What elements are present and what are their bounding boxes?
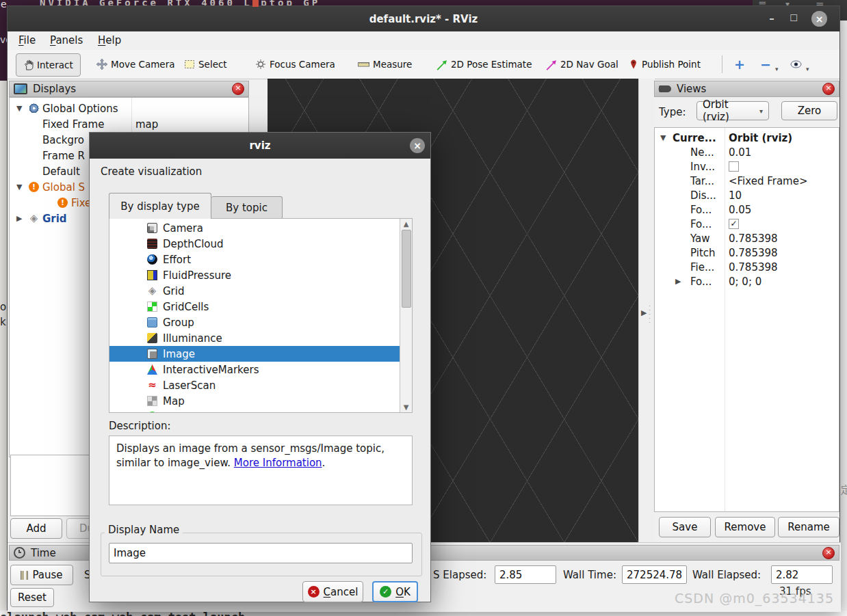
nav-goal-tool[interactable]: 2D Nav Goal xyxy=(545,53,618,75)
prop-name: Ne... xyxy=(690,146,714,159)
scrollbar-thumb[interactable] xyxy=(402,230,411,308)
list-item-image-selected[interactable]: Image xyxy=(109,346,401,362)
list-item-gridcells[interactable]: GridCells xyxy=(109,299,401,314)
tree-value[interactable]: map xyxy=(135,118,158,131)
list-item-illuminance[interactable]: Illuminance xyxy=(109,330,401,346)
expand-arrow-icon[interactable]: ▼ xyxy=(16,183,22,191)
prop-row-focal-shape-fixed[interactable]: Fo... ✓ xyxy=(655,217,839,231)
list-item-laserscan[interactable]: ≈LaserScan xyxy=(109,377,401,393)
tree-row-fixed-frame[interactable]: Fixed Frame map xyxy=(10,116,248,132)
list-item-fluidpressure[interactable]: FluidPressure xyxy=(109,267,401,283)
close-button[interactable]: × xyxy=(811,11,827,27)
collapse-arrow-icon[interactable]: ▶ xyxy=(641,308,647,317)
prop-value[interactable]: 10 xyxy=(729,189,742,202)
close-views-icon[interactable]: × xyxy=(822,83,835,95)
prop-row-target-frame[interactable]: Tar... <Fixed Frame> xyxy=(655,174,839,188)
list-scrollbar[interactable]: ▲ ▼ xyxy=(400,219,412,412)
dialog-titlebar[interactable]: rviz × xyxy=(90,133,430,159)
menu-help[interactable]: Help xyxy=(94,33,125,49)
list-item-group[interactable]: Group xyxy=(109,314,401,330)
list-item-interactivemarkers[interactable]: InteractiveMarkers xyxy=(109,362,401,377)
close-time-icon[interactable]: × xyxy=(822,547,835,559)
measure-tool[interactable]: Measure xyxy=(358,53,412,75)
expand-arrow-icon[interactable]: ▶ xyxy=(16,214,22,223)
remove-tool-button[interactable]: − ▾ xyxy=(760,53,777,75)
expand-arrow-icon[interactable]: ▶ xyxy=(675,277,681,286)
window-titlebar[interactable]: default.rviz* - RViz – ☐ × xyxy=(8,6,839,31)
display-type-list[interactable]: Camera DepthCloud Effort FluidPressure ◈… xyxy=(109,218,413,413)
add-tool-button[interactable]: + xyxy=(734,53,745,75)
prop-value[interactable]: 0.785398 xyxy=(729,232,778,245)
view-type-dropdown[interactable]: Orbit (rviz) ▾ xyxy=(696,101,769,120)
prop-value[interactable]: 0.01 xyxy=(729,146,751,159)
terminal-orange-glyph xyxy=(252,0,259,7)
list-item-marker-clipped[interactable]: M xyxy=(109,409,401,413)
list-item-depthcloud[interactable]: DepthCloud xyxy=(109,236,401,252)
prop-row-yaw[interactable]: Yaw 0.785398 xyxy=(655,231,839,245)
focus-camera-tool[interactable]: Focus Camera xyxy=(255,53,335,75)
publish-point-tool[interactable]: Publish Point xyxy=(629,53,701,75)
tab-by-topic[interactable]: By topic xyxy=(211,196,283,219)
prop-row-pitch[interactable]: Pitch 0.785398 xyxy=(655,245,839,260)
csdn-watermark: CSDN @m0_63534135 xyxy=(675,591,834,606)
expand-arrow-icon[interactable]: ▼ xyxy=(660,133,666,142)
pose-estimate-tool[interactable]: 2D Pose Estimate xyxy=(436,53,532,75)
save-view-button[interactable]: Save xyxy=(659,517,711,537)
menu-panels[interactable]: Panels xyxy=(46,33,87,49)
create-visualization-dialog: rviz × Create visualization By display t… xyxy=(89,132,431,602)
scroll-down-icon[interactable]: ▼ xyxy=(400,403,412,411)
scroll-up-icon[interactable]: ▲ xyxy=(400,220,412,228)
displays-panel-header[interactable]: Displays × xyxy=(9,81,249,97)
more-information-link[interactable]: More Information xyxy=(234,457,322,469)
prop-value[interactable]: 0.05 xyxy=(729,204,751,216)
magenta-arrow-icon xyxy=(545,59,557,70)
prop-value[interactable]: 0; 0; 0 xyxy=(729,276,761,288)
rename-view-button[interactable]: Rename xyxy=(778,517,839,537)
tree-row-global-options[interactable]: ▼ Global Options xyxy=(10,101,248,116)
dialog-close-icon[interactable]: × xyxy=(410,138,425,153)
move-camera-tool[interactable]: Move Camera xyxy=(96,53,174,75)
interact-tool-button[interactable]: Interact xyxy=(16,53,81,77)
prop-row-current-view[interactable]: ▼ Curre... Orbit (rviz) xyxy=(655,131,839,145)
minimize-button[interactable]: – xyxy=(764,11,779,26)
add-display-button[interactable]: Add xyxy=(10,518,62,539)
prop-row-focal-point[interactable]: ▶ Fo... 0; 0; 0 xyxy=(655,274,839,289)
prop-row-focal-shape-size[interactable]: Fo... 0.05 xyxy=(655,202,839,217)
prop-row-field-of-view[interactable]: Fie... 0.785398 xyxy=(655,260,839,274)
zero-button[interactable]: Zero xyxy=(781,101,837,120)
prop-value[interactable]: 0.785398 xyxy=(729,261,778,273)
select-tool[interactable]: Select xyxy=(184,53,227,75)
remove-view-button[interactable]: Remove xyxy=(715,517,775,537)
wall-elapsed-input[interactable] xyxy=(771,565,833,584)
checkbox-checked[interactable]: ✓ xyxy=(729,219,739,229)
list-item-grid[interactable]: ◈Grid xyxy=(109,283,401,299)
reset-button[interactable]: Reset xyxy=(10,588,54,607)
cancel-button[interactable]: × Cancel xyxy=(302,581,363,602)
item-label: DepthCloud xyxy=(163,238,224,250)
list-item-camera[interactable]: Camera xyxy=(109,220,401,236)
tab-by-display-type[interactable]: By display type xyxy=(109,193,211,219)
prop-row-invert-z[interactable]: Inv... xyxy=(655,159,839,174)
ok-button[interactable]: ✓ OK xyxy=(372,581,418,602)
wall-time-input[interactable] xyxy=(622,565,687,584)
prop-value[interactable]: <Fixed Frame> xyxy=(729,175,808,187)
checkbox-unchecked[interactable] xyxy=(729,161,739,172)
chevron-down-icon[interactable]: ▾ xyxy=(806,66,809,72)
prop-row-near-clip[interactable]: Ne... 0.01 xyxy=(655,145,839,159)
chevron-down-icon[interactable]: ▾ xyxy=(775,66,779,72)
display-name-input[interactable] xyxy=(109,543,413,563)
views-panel-header[interactable]: Views × xyxy=(654,81,839,97)
list-item-effort[interactable]: Effort xyxy=(109,252,401,267)
pause-button[interactable]: Pause xyxy=(10,565,73,585)
tool-visibility-button[interactable]: ▾ xyxy=(790,53,809,75)
prop-value[interactable]: 0.785398 xyxy=(729,247,778,259)
panel-splitter[interactable]: ▶ ····· xyxy=(638,79,655,542)
menu-file[interactable]: File xyxy=(14,33,40,49)
maximize-button[interactable]: ☐ xyxy=(786,11,801,26)
prop-row-distance[interactable]: Dis... 10 xyxy=(655,188,839,202)
ros-elapsed-input[interactable] xyxy=(495,565,556,584)
close-displays-icon[interactable]: × xyxy=(232,83,244,95)
expand-arrow-icon[interactable]: ▼ xyxy=(16,104,22,113)
tree-label: Backgro xyxy=(42,134,84,146)
list-item-map[interactable]: Map xyxy=(109,393,401,409)
